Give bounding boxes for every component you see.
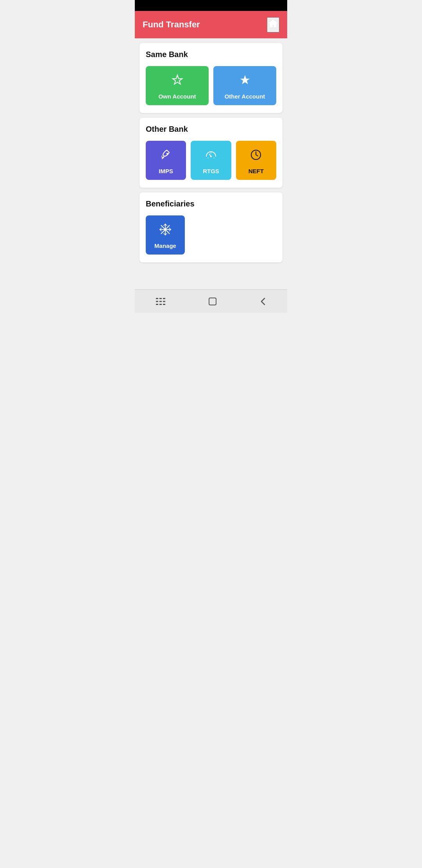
neft-button[interactable]: NEFT xyxy=(236,141,276,180)
manage-button[interactable]: Manage xyxy=(146,215,185,255)
neft-label: NEFT xyxy=(249,168,264,174)
svg-rect-23 xyxy=(163,304,165,305)
other-bank-section: Other Bank IMPS xyxy=(139,118,283,188)
bottom-navigation xyxy=(135,289,287,313)
home-icon xyxy=(268,18,279,29)
home-button[interactable] xyxy=(267,17,279,32)
back-nav-button[interactable] xyxy=(252,294,274,309)
main-content: Same Bank Own Account Other Account xyxy=(135,38,287,289)
svg-rect-20 xyxy=(163,301,165,302)
svg-rect-24 xyxy=(209,298,216,305)
menu-lines-icon xyxy=(156,298,165,305)
star-outline-icon xyxy=(170,73,184,89)
manage-label: Manage xyxy=(154,242,176,249)
svg-point-0 xyxy=(166,153,168,154)
imps-label: IMPS xyxy=(159,168,173,174)
own-account-label: Own Account xyxy=(158,93,196,100)
svg-rect-15 xyxy=(156,298,158,299)
same-bank-title: Same Bank xyxy=(146,50,276,59)
rocket-icon xyxy=(159,148,173,164)
clock-icon xyxy=(249,148,263,164)
own-account-button[interactable]: Own Account xyxy=(146,66,209,105)
imps-button[interactable]: IMPS xyxy=(146,141,186,180)
other-account-label: Other Account xyxy=(225,93,265,100)
back-arrow-icon xyxy=(260,297,266,306)
square-home-icon xyxy=(208,297,217,306)
star-filled-icon xyxy=(238,73,252,89)
status-bar xyxy=(135,0,287,11)
speedometer-icon xyxy=(204,148,218,164)
svg-rect-19 xyxy=(159,301,162,302)
svg-rect-16 xyxy=(159,298,162,299)
same-bank-buttons: Own Account Other Account xyxy=(146,66,276,105)
beneficiaries-buttons: Manage xyxy=(146,215,276,255)
snowflake-icon xyxy=(158,222,172,239)
app-header: Fund Transfer xyxy=(135,11,287,38)
svg-rect-17 xyxy=(163,298,165,299)
svg-point-1 xyxy=(210,156,212,157)
same-bank-section: Same Bank Own Account Other Account xyxy=(139,43,283,113)
rtgs-label: RTGS xyxy=(203,168,219,174)
home-nav-button[interactable] xyxy=(200,294,225,309)
page-title: Fund Transfer xyxy=(143,20,200,30)
svg-rect-18 xyxy=(156,301,158,302)
other-bank-title: Other Bank xyxy=(146,125,276,134)
menu-nav-button[interactable] xyxy=(148,295,173,308)
other-bank-buttons: IMPS RTGS xyxy=(146,141,276,180)
svg-rect-22 xyxy=(159,304,162,305)
rtgs-button[interactable]: RTGS xyxy=(191,141,231,180)
beneficiaries-section: Beneficiaries xyxy=(139,192,283,262)
other-account-button[interactable]: Other Account xyxy=(213,66,276,105)
svg-rect-21 xyxy=(156,304,158,305)
beneficiaries-title: Beneficiaries xyxy=(146,199,276,208)
